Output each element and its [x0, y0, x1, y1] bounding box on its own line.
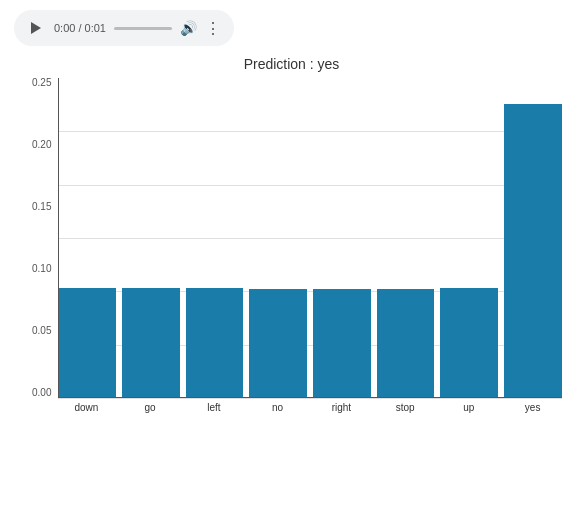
bar-group: [59, 288, 117, 397]
bar: [313, 289, 371, 397]
volume-icon[interactable]: 🔊: [180, 20, 197, 36]
bars-row: [58, 78, 562, 398]
bar: [504, 104, 562, 397]
audio-player: 0:00 / 0:01 🔊 ⋮: [14, 10, 234, 46]
bar: [377, 289, 435, 397]
x-label: no: [249, 402, 307, 413]
y-tick: 0.10: [32, 264, 51, 274]
bar-group: [186, 288, 244, 397]
y-tick: 0.20: [32, 140, 51, 150]
x-label: down: [58, 402, 116, 413]
y-axis: 0.000.050.100.150.200.25: [12, 78, 58, 398]
time-display: 0:00 / 0:01: [54, 22, 106, 34]
x-label: left: [185, 402, 243, 413]
y-tick: 0.05: [32, 326, 51, 336]
x-label: stop: [376, 402, 434, 413]
bar: [249, 289, 307, 397]
bar-group: [249, 289, 307, 397]
bar-group: [313, 289, 371, 397]
play-icon: [31, 22, 41, 34]
chart-inner: downgoleftnorightstopupyes: [58, 78, 562, 413]
bar: [440, 288, 498, 397]
menu-icon[interactable]: ⋮: [205, 19, 222, 38]
bar: [122, 288, 180, 397]
bar: [59, 288, 117, 397]
x-label: go: [121, 402, 179, 413]
gridline: [58, 398, 562, 399]
bar: [186, 288, 244, 397]
chart-title: Prediction : yes: [12, 56, 572, 72]
chart-area: 0.000.050.100.150.200.25 downgoleftnorig…: [12, 78, 572, 413]
x-label: up: [440, 402, 498, 413]
x-labels: downgoleftnorightstopupyes: [58, 402, 562, 413]
play-button[interactable]: [26, 18, 46, 38]
bar-group: [440, 288, 498, 397]
bar-group: [122, 288, 180, 397]
x-label: right: [313, 402, 371, 413]
x-label: yes: [504, 402, 562, 413]
bar-group: [377, 289, 435, 397]
bar-group: [504, 104, 562, 397]
y-tick: 0.25: [32, 78, 51, 88]
y-tick: 0.00: [32, 388, 51, 398]
y-tick: 0.15: [32, 202, 51, 212]
progress-bar[interactable]: [114, 27, 172, 30]
chart-container: Prediction : yes 0.000.050.100.150.200.2…: [12, 56, 572, 413]
